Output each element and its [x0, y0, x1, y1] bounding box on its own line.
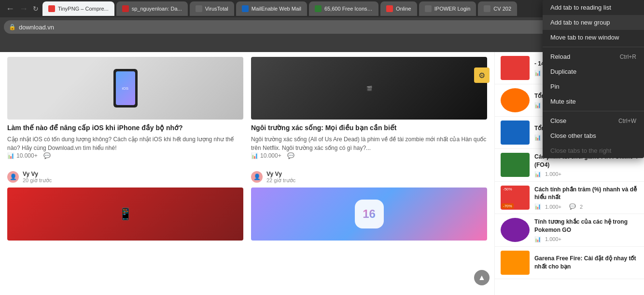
menu-item-close-right[interactable]: Close tabs to the right	[543, 143, 644, 158]
menu-label-new-group: Add tab to new group	[550, 19, 610, 26]
tab-ipower[interactable]: IPOWER Login	[419, 1, 476, 16]
author-avatar-4: 👤	[251, 171, 263, 183]
bar-chart-icon-2: 📊	[251, 152, 258, 159]
article-image-1: iOS	[7, 57, 243, 120]
author-row-4: 👤 Vy Vy 22 giờ trước	[251, 171, 487, 184]
reload-button[interactable]: ↻	[31, 5, 41, 13]
tab-favicon	[242, 5, 249, 12]
author-info-3: Vy Vy 20 giờ trước	[23, 171, 52, 184]
tab-online[interactable]: Online	[380, 1, 417, 16]
sidebar-thumb-2	[501, 88, 530, 112]
menu-item-move-window[interactable]: Move tab to new window	[543, 30, 644, 45]
menu-label-close-other: Close other tabs	[550, 132, 596, 139]
article-stats-2: 📊 10.000+ 💬	[251, 152, 487, 159]
tab-favicon	[122, 5, 129, 12]
scroll-up-button[interactable]: ▲	[474, 270, 490, 285]
sidebar-stats-6: 📊 1.000+	[534, 236, 638, 242]
stats-icon-4: 📊	[534, 171, 541, 177]
tab-favicon	[484, 5, 490, 12]
menu-item-mute[interactable]: Mute site	[543, 94, 644, 109]
sidebar-thumb-3	[501, 121, 530, 145]
tab-cv[interactable]: CV 202	[478, 1, 517, 16]
menu-label-move-window: Move tab to new window	[550, 34, 619, 41]
tab-favicon	[196, 5, 202, 12]
sidebar-info-5: Cách tính phần trăm (%) nhanh và dễ hiểu…	[534, 186, 638, 210]
menu-label-duplicate: Duplicate	[550, 68, 576, 75]
stats-icon-2: 📊	[534, 102, 541, 108]
stats-icon-5: 📊	[534, 203, 541, 210]
menu-shortcut-close: Ctrl+W	[618, 118, 636, 124]
sidebar-thumb-5: -70% -50%	[501, 186, 530, 210]
author-info-4: Vy Vy 22 giờ trước	[266, 171, 295, 184]
menu-item-close-other[interactable]: Close other tabs	[543, 128, 644, 143]
comment-icon-2: 💬	[287, 152, 294, 159]
stats-count-5: 1.000+	[545, 204, 561, 210]
article-card-2: 🎬 Ngôi trường xác sống: Mọi điều bạn cần…	[251, 57, 487, 159]
settings-button[interactable]: ⚙	[474, 67, 490, 83]
url-text: download.vn	[19, 24, 54, 31]
menu-item-add-new-group[interactable]: Add tab to new group	[543, 15, 644, 30]
sidebar-info-6: Tính tương khắc của các hệ trong Pokemon…	[534, 218, 638, 242]
context-menu-overlay: Add tab to reading list Add tab to new g…	[543, 0, 644, 158]
menu-label-reload: Reload	[550, 53, 570, 60]
menu-divider-2	[543, 111, 644, 111]
author-time-3: 20 giờ trước	[23, 177, 52, 184]
sidebar-thumb-7	[501, 251, 530, 275]
sidebar-item-6[interactable]: Tính tương khắc của các hệ trong Pokemon…	[495, 214, 644, 247]
comment-count-5: 2	[580, 204, 583, 210]
tab-label: CV 202	[493, 6, 511, 12]
tab-label: sp_nguyenloan: Da...	[132, 6, 182, 12]
menu-item-pin[interactable]: Pin	[543, 79, 644, 94]
article-card-4: 👤 Vy Vy 22 giờ trước 16	[251, 167, 487, 241]
article-image-2: 🎬	[251, 57, 487, 120]
tab-tinypng[interactable]: TinyPNG – Compre...	[42, 1, 114, 16]
sidebar-thumb-1	[501, 56, 530, 80]
stats-icon-3: 📊	[534, 134, 541, 141]
article-image-3: 📱	[7, 188, 243, 241]
author-time-4: 22 giờ trước	[266, 177, 295, 184]
sidebar-stats-4: 📊 1.000+	[534, 171, 638, 177]
stats-icon-1: 📊	[534, 70, 541, 76]
article-image-4: 16	[251, 188, 487, 241]
tab-sp[interactable]: sp_nguyenloan: Da...	[116, 1, 188, 16]
menu-label-reading-list: Add tab to reading list	[550, 4, 611, 11]
tab-favicon	[48, 5, 55, 12]
sidebar-stats-5: 📊 1.000+ 💬 2	[534, 203, 638, 210]
tab-virustotal[interactable]: VirusTotal	[190, 1, 234, 16]
article-card-3: 👤 Vy Vy 20 giờ trước 📱	[7, 167, 243, 241]
article-title-1: Làm thế nào để nâng cấp iOS khi iPhone đ…	[7, 123, 243, 133]
tab-label: 65,600 Free Icons (S...	[324, 6, 373, 12]
sidebar-title-7: Garena Free Fire: Cài đặt độ nhay tốt nh…	[534, 255, 638, 271]
sidebar-thumb-4	[501, 153, 530, 177]
sidebar-info-7: Garena Free Fire: Cài đặt độ nhay tốt nh…	[534, 255, 638, 271]
sidebar-item-5[interactable]: -70% -50% Cách tính phần trăm (%) nhanh …	[495, 182, 644, 215]
menu-item-add-reading-list[interactable]: Add tab to reading list	[543, 0, 644, 15]
sidebar-item-7[interactable]: Garena Free Fire: Cài đặt độ nhay tốt nh…	[495, 247, 644, 279]
tab-label: MailEnable Web Mail	[252, 6, 301, 12]
menu-shortcut-reload: Ctrl+R	[620, 54, 636, 60]
author-name-3: Vy Vy	[23, 171, 52, 177]
tab-icons[interactable]: 65,600 Free Icons (S...	[309, 1, 378, 16]
tab-mail[interactable]: MailEnable Web Mail	[236, 1, 307, 16]
author-row-3: 👤 Vy Vy 20 giờ trước	[7, 171, 243, 184]
article-excerpt-1: Cập nhật iOS có tốn dung lượng không? Cá…	[7, 135, 243, 152]
context-menu: Add tab to reading list Add tab to new g…	[543, 0, 644, 158]
forward-button[interactable]: →	[18, 4, 29, 14]
content-area: iOS Làm thế nào để nâng cấp iOS khi iPho…	[0, 52, 494, 295]
menu-item-reload[interactable]: Reload Ctrl+R	[543, 49, 644, 64]
article-grid: iOS Làm thế nào để nâng cấp iOS khi iPho…	[7, 57, 487, 241]
sidebar-title-5: Cách tính phần trăm (%) nhanh và dễ hiểu…	[534, 186, 638, 202]
menu-item-duplicate[interactable]: Duplicate	[543, 64, 644, 79]
view-count-1: 10.000+	[16, 152, 38, 159]
tab-label: IPOWER Login	[434, 6, 471, 12]
stats-icon-6: 📊	[534, 236, 541, 242]
sidebar-title-6: Tính tương khắc của các hệ trong Pokemon…	[534, 218, 638, 234]
tab-label: Online	[396, 6, 411, 12]
menu-label-pin: Pin	[550, 83, 560, 90]
lock-icon: 🔒	[9, 24, 16, 30]
back-button[interactable]: ←	[4, 4, 16, 14]
menu-item-close[interactable]: Close Ctrl+W	[543, 113, 644, 128]
tab-favicon	[315, 5, 322, 12]
article-excerpt-2: Ngôi trường xác sống (All of Us Are Dead…	[251, 135, 487, 152]
comment-icon-1: 💬	[43, 152, 51, 159]
